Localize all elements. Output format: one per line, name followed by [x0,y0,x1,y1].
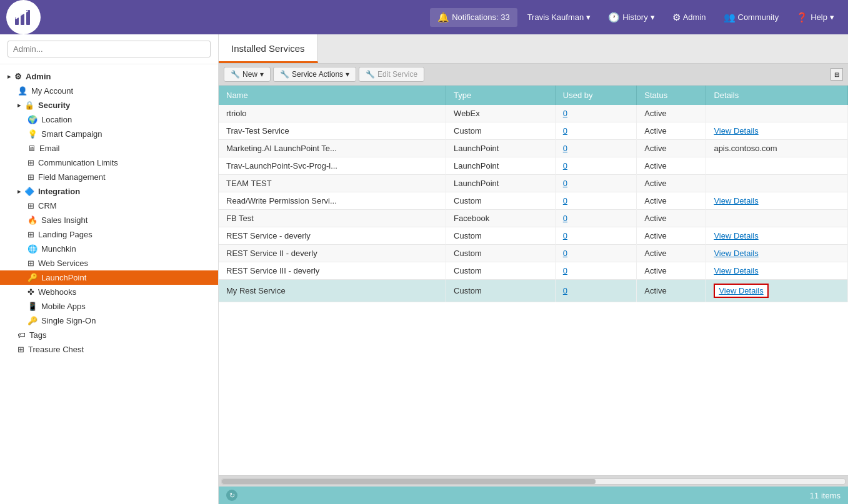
notifications-button[interactable]: 🔔 Notifications: 33 [430,8,517,27]
sidebar-item-single-sign-on[interactable]: 🔑 Single Sign-On [0,314,218,328]
sidebar-item-munchkin[interactable]: 🌐 Munchkin [0,242,218,256]
sidebar-item-landing-pages[interactable]: ⊞ Landing Pages [0,227,218,242]
sidebar-item-my-account[interactable]: 👤 My Account [0,84,218,98]
used-by-link[interactable]: 0 [563,231,567,240]
help-label: Help [811,12,827,22]
collapse-button[interactable]: ⊟ [831,68,843,81]
sidebar-item-treasure-chest[interactable]: ⊞ Treasure Chest [0,342,218,357]
view-details-link[interactable]: View Details [714,126,758,136]
used-by-link[interactable]: 0 [563,109,567,118]
edit-service-button[interactable]: 🔧 Edit Service [359,67,424,82]
col-type: Type [446,86,556,105]
sidebar-item-mobile-apps[interactable]: 📱 Mobile Apps [0,299,218,314]
sidebar-item-label: My Account [31,86,73,96]
sidebar-item-location[interactable]: 🌍 Location [0,112,218,127]
cell-details [706,105,848,122]
used-by-link[interactable]: 0 [563,161,567,170]
cell-used-by: 0 [555,280,637,302]
sidebar-item-security[interactable]: ▸ 🔒 Security [0,98,218,112]
sidebar-item-label: Admin [26,72,51,81]
sidebar-item-tags[interactable]: 🏷 Tags [0,328,218,342]
sidebar-item-label: Communication Limits [38,158,118,167]
table-row: Marketing.AI LaunchPoint Te...LaunchPoin… [219,140,848,157]
used-by-link[interactable]: 0 [563,179,567,188]
used-by-link[interactable]: 0 [563,249,567,258]
used-by-link[interactable]: 0 [563,214,567,223]
view-details-link[interactable]: View Details [714,231,758,240]
globe-icon: 🌍 [27,115,37,124]
col-used-by: Used by [555,86,637,105]
sidebar-item-label: Tags [29,330,46,340]
service-actions-label: Service Actions [292,70,343,79]
sidebar-tree: ▸ ⚙ Admin 👤 My Account ▸ 🔒 Security 🌍 Lo… [0,64,218,362]
sidebar-search-area [0,34,218,64]
used-by-link[interactable]: 0 [563,144,567,153]
used-by-link[interactable]: 0 [563,286,567,295]
cell-type: Custom [446,227,556,245]
service-actions-button[interactable]: 🔧 Service Actions ▾ [273,67,356,82]
view-details-boxed-link[interactable]: View Details [714,284,768,298]
cell-details: apis.contoso.com [706,140,848,157]
chevron-down-icon2: ▾ [651,12,655,22]
history-menu[interactable]: 🕐 History ▾ [601,8,662,27]
col-status: Status [637,86,706,105]
user-menu[interactable]: Travis Kaufman ▾ [520,9,599,26]
tab-installed-services[interactable]: Installed Services [219,34,318,63]
table-header-row: Name Type Used by Status Details [219,86,848,105]
service-icon: 🔧 [280,70,289,79]
cell-status: Active [637,227,706,245]
sidebar-item-crm[interactable]: ⊞ CRM [0,199,218,213]
admin-menu[interactable]: ⚙ Admin [665,8,714,27]
used-by-link[interactable]: 0 [563,196,567,205]
admin-tree-icon: ⚙ [14,72,22,81]
sidebar-item-label: Single Sign-On [41,316,96,325]
help-icon: ❓ [796,12,808,23]
sidebar-item-smart-campaign[interactable]: 💡 Smart Campaign [0,127,218,141]
used-by-link[interactable]: 0 [563,266,567,275]
sidebar-item-label: Sales Insight [41,215,87,225]
sidebar-item-field-management[interactable]: ⊞ Field Management [0,170,218,184]
sidebar-item-webhooks[interactable]: ✤ Webhooks [0,285,218,299]
cell-details [706,175,848,192]
cell-name: FB Test [219,210,446,227]
view-details-link[interactable]: View Details [714,249,758,258]
cell-type: LaunchPoint [446,175,556,192]
col-name: Name [219,86,446,105]
sidebar-item-launchpoint[interactable]: 🔑 LaunchPoint [0,270,218,285]
fire-icon: 🔥 [27,215,37,225]
cell-status: Active [637,210,706,227]
community-label: Community [738,12,779,22]
status-refresh-button[interactable]: ↻ [226,490,237,501]
new-button[interactable]: 🔧 New ▾ [224,67,271,82]
scroll-bar-area [219,475,848,487]
view-details-link[interactable]: View Details [714,196,758,205]
community-menu[interactable]: 👥 Community [716,8,787,27]
table-area: Name Type Used by Status Details rtriolo… [219,86,848,475]
search-input[interactable] [7,41,211,57]
sidebar-item-label: Webhooks [38,287,76,297]
cell-type: WebEx [446,105,556,122]
cell-type: Custom [446,122,556,140]
sidebar-item-label: Web Services [38,259,88,268]
cell-details: View Details [706,122,848,140]
sidebar-item-admin[interactable]: ▸ ⚙ Admin [0,69,218,84]
cell-used-by: 0 [555,192,637,210]
sidebar-item-integration[interactable]: ▸ 🔷 Integration [0,184,218,199]
view-details-link[interactable]: View Details [714,266,758,275]
table-row: rtrioloWebEx0Active [219,105,848,122]
help-menu[interactable]: ❓ Help ▾ [789,8,842,27]
sidebar-item-communication-limits[interactable]: ⊞ Communication Limits [0,156,218,170]
services-table: Name Type Used by Status Details rtriolo… [219,86,848,302]
used-by-link[interactable]: 0 [563,126,567,136]
community-icon: 👥 [724,12,736,23]
edit-service-label: Edit Service [377,70,417,79]
expand-icon: ▸ [17,102,21,109]
table-row: REST Service III - deverlyCustom0ActiveV… [219,262,848,280]
sidebar-item-email[interactable]: 🖥 Email [0,141,218,156]
chest-icon: ⊞ [17,345,24,354]
table-row: TEAM TESTLaunchPoint0Active [219,175,848,192]
sidebar-item-sales-insight[interactable]: 🔥 Sales Insight [0,213,218,227]
tab-bar: Installed Services [219,34,848,64]
sidebar-item-web-services[interactable]: ⊞ Web Services [0,256,218,270]
horizontal-scrollbar[interactable] [221,478,846,485]
